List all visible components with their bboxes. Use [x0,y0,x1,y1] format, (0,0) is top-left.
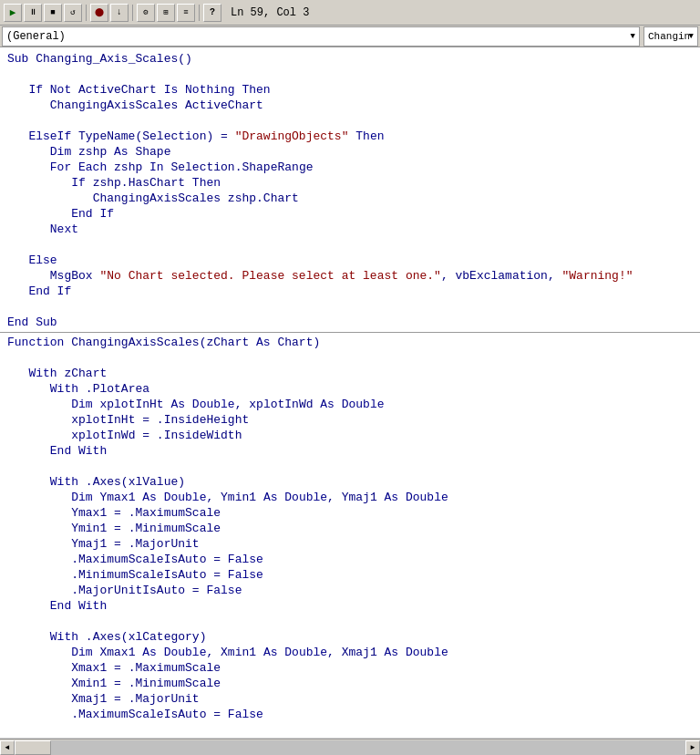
keyword: End Sub [7,315,57,329]
keyword: As Double [385,491,448,504]
code-line: Sub Changing_Axis_Scales() [0,51,700,67]
code-line: xplotInWd = .InsideWidth [0,428,700,443]
keyword: Sub [7,52,36,66]
tools-button[interactable]: ⚙ [137,4,155,22]
code-line: .MaximumScaleIsAuto = False [0,707,700,722]
keyword: As [114,145,135,159]
keyword: As Double [263,646,327,659]
breakpoint-button[interactable]: ⬤ [90,4,108,22]
code-editor[interactable]: Sub Changing_Axis_Scales() If Not Active… [0,47,700,739]
keyword: For Each [50,160,114,174]
code-line: For Each zshp In Selection.ShapeRange [0,160,700,175]
code-line [0,67,700,82]
code-line: With .Axes(xlCategory) [0,629,700,645]
code-text: Chart) [277,336,320,349]
code-line: Function ChangingAxisScales(zChart As Ch… [0,335,700,350]
reset-button[interactable]: ↺ [64,4,82,22]
general-dropdown[interactable]: (General) ▼ [2,26,640,47]
code-text: xplotInHt [99,398,170,411]
code-text: Shape [135,145,170,159]
code-line: Else [0,253,700,268]
options-button[interactable]: ⊞ [157,4,175,22]
pause-button[interactable]: ⏸ [24,4,42,22]
code-text: .MajorUnitIsAuto = [71,584,206,597]
code-text: .Axes(xlValue) [86,475,185,489]
code-line: If Not ActiveChart Is Nothing Then [0,82,700,98]
code-text: , Ymin1 [206,491,262,504]
code-text: , Xmaj1 [327,646,384,659]
keyword: Dim [50,145,78,159]
scroll-right-button[interactable]: ► [685,740,700,755]
properties-button[interactable]: ≡ [177,4,195,22]
code-line: .MaximumScaleIsAuto = False [0,552,700,567]
code-text: zChart [64,367,107,380]
code-text: TypeName(Selection) = [78,129,235,143]
keyword: Dim [71,398,99,411]
chevron-down-icon: ▼ [631,32,635,41]
keyword: If Not [28,83,78,97]
sub-separator [0,332,700,333]
code-text: xplotInWd = .InsideWidth [71,429,242,442]
code-text: , xplotInWd [235,398,321,411]
horizontal-scrollbar: ◄ ► [0,739,700,755]
code-text: Ymax1 [99,491,142,504]
keyword: As [256,336,277,349]
step-into-button[interactable]: ↓ [110,4,129,22]
keyword: False [228,708,263,721]
string-literal: "No Chart selected. Please select at lea… [99,269,440,283]
code-line: If zshp.HasChart Then [0,175,700,191]
help-button[interactable]: ? [203,4,221,22]
keyword: With [50,382,86,396]
separator3 [199,5,200,21]
code-text: ChangingAxisScales zshp.Chart [93,191,299,205]
scroll-thumb[interactable] [15,740,51,755]
keyword: Dim [71,646,99,659]
keyword: As Double [263,491,327,504]
keyword: As Double [385,646,448,659]
code-line: With .PlotArea [0,381,700,397]
code-line: With .Axes(xlValue) [0,474,700,490]
code-text: Ymaj1 = .MajorUnit [71,537,199,551]
run-button[interactable]: ▶ [4,4,22,22]
keyword: As Double [142,491,206,504]
code-line: Dim zshp As Shape [0,144,700,160]
keyword: ElseIf [28,129,78,143]
code-line: Dim xplotInHt As Double, xplotInWd As Do… [0,397,700,412]
scroll-left-button[interactable]: ◄ [0,740,15,755]
code-line: Next [0,222,700,237]
code-text: MsgBox [50,269,100,283]
keyword: With [28,367,64,380]
keyword: Then [348,129,384,143]
toolbar: ▶ ⏸ ■ ↺ ⬤ ↓ ⚙ ⊞ ≡ ? Ln 59, Col 3 [0,0,700,26]
keyword: Dim [71,491,99,504]
code-line: End Sub [0,315,700,330]
code-text: zshp.HasChart [93,176,192,190]
keyword: As Double [142,646,206,659]
code-text: Xmax1 [99,646,142,659]
stop-button[interactable]: ■ [44,4,62,22]
keyword: False [206,584,242,597]
scroll-track[interactable] [15,740,685,755]
code-text: Xmin1 = .MinimumScale [71,677,221,690]
code-line: ChangingAxisScales zshp.Chart [0,191,700,206]
code-line [0,113,700,129]
code-text: Changing_Axis_Scales() [36,52,192,66]
code-line [0,299,700,315]
string-literal: "DrawingObjects" [235,129,349,143]
keyword: Is Nothing Then [164,83,271,97]
code-text: Ymin1 = .MinimumScale [71,522,221,535]
keyword: False [228,553,263,566]
separator1 [86,5,87,21]
keyword: End With [50,444,107,458]
chevron-down-icon2: ▼ [689,32,694,41]
procedure-dropdown[interactable]: ChangingA... ▼ [643,26,698,47]
code-text: zshp [78,145,114,159]
keyword: With [50,630,86,644]
code-line: Ymax1 = .MaximumScale [0,505,700,521]
code-text: .PlotArea [86,382,149,396]
code-text: Xmaj1 = .MajorUnit [71,692,199,706]
keyword: Else [28,253,57,267]
code-text: Selection.ShapeRange [170,160,313,174]
string-literal: "Warning!" [562,269,633,283]
code-line: Xmaj1 = .MajorUnit [0,691,700,707]
